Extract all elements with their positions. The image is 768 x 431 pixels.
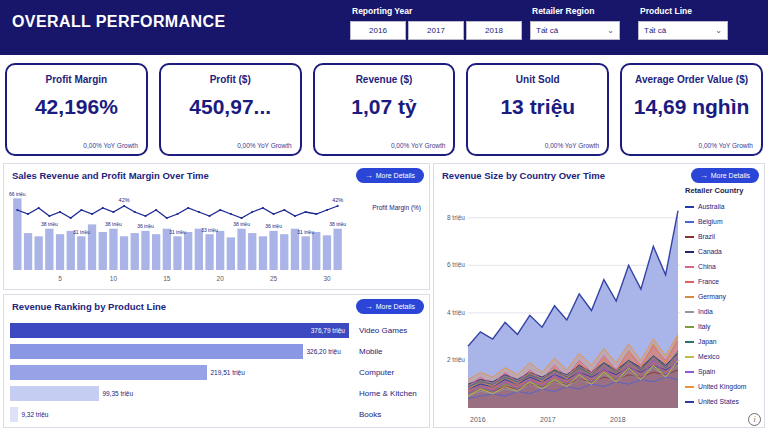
kpi-title: Unit Sold <box>468 74 607 85</box>
ranking-bar[interactable]: 376,79 triệu <box>10 323 349 338</box>
svg-text:25: 25 <box>270 275 278 282</box>
legend-color-marker <box>685 266 694 268</box>
retailer-region-filter: Retailer Region Tất cả ⌄ <box>530 6 620 40</box>
ranking-rows: 376,79 triệuVideo Games326,20 triệuMobil… <box>10 322 425 427</box>
kpi-title: Average Order Value ($) <box>622 74 761 85</box>
legend-item[interactable]: Japan <box>685 334 761 349</box>
legend-item[interactable]: Belgium <box>685 214 761 229</box>
ranking-category-label: Computer <box>349 368 425 377</box>
ranking-bar[interactable] <box>10 407 18 422</box>
legend-item[interactable]: Spain <box>685 364 761 379</box>
panel-title: Revenue Ranking by Product Line <box>12 301 166 312</box>
svg-text:4 triệu: 4 triệu <box>447 309 465 316</box>
ranking-row[interactable]: 219,51 triệuComputer <box>10 364 425 380</box>
svg-text:31 triệu: 31 triệu <box>297 229 314 235</box>
more-details-button[interactable]: → More Details <box>691 168 759 183</box>
ranking-value-label: 219,51 triệu <box>210 369 244 376</box>
ranking-category-label: Home & Kitchen <box>349 389 425 398</box>
kpi-value: 42,196% <box>7 95 146 119</box>
ranking-category-label: Video Games <box>349 326 425 335</box>
product-line-dropdown[interactable]: Tất cả ⌄ <box>638 21 728 40</box>
svg-text:33 triệu: 33 triệu <box>201 227 218 233</box>
svg-text:6 triệu: 6 triệu <box>447 261 465 268</box>
panel-title: Revenue Size by Country Over Time <box>442 170 605 181</box>
legend-label: United Kingdom <box>698 383 746 390</box>
ranking-row[interactable]: 99,35 triệuHome & Kitchen <box>10 385 425 401</box>
kpi-value: 1,07 tỷ <box>315 95 454 119</box>
sales-revenue-profit-margin-panel: Sales Revenue and Profit Margin Over Tim… <box>3 163 430 290</box>
legend-item[interactable]: Brazil <box>685 229 761 244</box>
legend-color-marker <box>685 221 694 223</box>
legend-color-marker <box>685 206 694 208</box>
country-legend-items: AustraliaBelgiumBrazilCanadaChinaFranceG… <box>685 199 761 409</box>
legend-item[interactable]: Italy <box>685 319 761 334</box>
legend-label: Italy <box>698 323 710 330</box>
info-icon[interactable]: i <box>748 413 761 426</box>
product-line-filter: Product Line Tất cả ⌄ <box>638 6 728 40</box>
legend-color-marker <box>685 386 694 388</box>
legend-item[interactable]: France <box>685 274 761 289</box>
legend-item[interactable]: China <box>685 259 761 274</box>
kpi-card-profit[interactable]: Profit ($) 450,97... 0,00% YoY Growth <box>159 63 302 156</box>
kpi-growth: 0,00% YoY Growth <box>699 142 753 149</box>
legend-color-marker <box>685 401 694 403</box>
legend-label: United States <box>698 398 739 405</box>
product-line-label: Product Line <box>638 6 728 16</box>
kpi-card-unit-sold[interactable]: Unit Sold 13 triệu 0,00% YoY Growth <box>466 63 609 156</box>
legend-label: Belgium <box>698 218 723 225</box>
legend-color-marker <box>685 371 694 373</box>
country-chart-svg[interactable]: 2 triệu4 triệu6 triệu8 triệu201620172018 <box>438 186 684 426</box>
legend-item[interactable]: Canada <box>685 244 761 259</box>
kpi-card-avg-order-value[interactable]: Average Order Value ($) 14,69 nghìn 0,00… <box>620 63 763 156</box>
year-button-2017[interactable]: 2017 <box>408 21 464 40</box>
kpi-card-profit-margin[interactable]: Profit Margin 42,196% 0,00% YoY Growth <box>5 63 148 156</box>
more-details-button[interactable]: → More Details <box>356 168 424 183</box>
ranking-value-label: 326,20 triệu <box>306 348 340 355</box>
svg-text:8 triệu: 8 triệu <box>447 214 465 221</box>
ranking-row[interactable]: 326,20 triệuMobile <box>10 343 425 359</box>
legend-label: Japan <box>698 338 717 345</box>
ranking-bar-track: 219,51 triệu <box>10 365 349 380</box>
header-bar: OVERALL PERFORMANCE Reporting Year 2016 … <box>0 0 768 55</box>
legend-item[interactable]: United States <box>685 394 761 409</box>
legend-color-marker <box>685 296 694 298</box>
ranking-value-label: 99,35 triệu <box>102 390 133 397</box>
svg-text:38 triệu: 38 triệu <box>233 221 250 227</box>
kpi-value: 13 triệu <box>468 95 607 119</box>
year-button-2018[interactable]: 2018 <box>466 21 522 40</box>
year-button-2016[interactable]: 2016 <box>350 21 406 40</box>
legend-item[interactable]: Germany <box>685 289 761 304</box>
legend-item[interactable]: Mexico <box>685 349 761 364</box>
revenue-ranking-panel: Revenue Ranking by Product Line → More D… <box>3 294 430 428</box>
legend-color-marker <box>685 326 694 328</box>
more-details-label: More Details <box>376 172 415 179</box>
ranking-bar[interactable] <box>10 344 303 359</box>
legend-item[interactable]: United Kingdom <box>685 379 761 394</box>
legend-label: Mexico <box>698 353 720 360</box>
arrow-right-icon: → <box>365 303 373 311</box>
retailer-region-dropdown[interactable]: Tất cả ⌄ <box>530 21 620 40</box>
svg-text:38 triệu: 38 triệu <box>41 221 58 227</box>
legend-label: China <box>698 263 716 270</box>
legend-item[interactable]: Australia <box>685 199 761 214</box>
ranking-bar[interactable] <box>10 365 207 380</box>
legend-item[interactable]: India <box>685 304 761 319</box>
country-legend: Retailer Country AustraliaBelgiumBrazilC… <box>685 186 761 409</box>
more-details-label: More Details <box>711 172 750 179</box>
more-details-button[interactable]: → More Details <box>356 299 424 314</box>
panel-title: Sales Revenue and Profit Margin Over Tim… <box>12 170 209 181</box>
ranking-bar-track: 9,32 triệu <box>10 407 349 422</box>
kpi-title: Revenue ($) <box>315 74 454 85</box>
kpi-value: 450,97... <box>161 95 300 119</box>
combo-chart-svg[interactable]: 66 triệu38 triệu31 triệu38 triệu36 triệu… <box>8 186 427 288</box>
svg-text:66 triệu: 66 triệu <box>9 191 26 197</box>
reporting-year-label: Reporting Year <box>350 6 522 16</box>
chevron-down-icon: ⌄ <box>607 26 614 35</box>
svg-text:2017: 2017 <box>540 416 556 423</box>
ranking-bar-track: 326,20 triệu <box>10 344 349 359</box>
ranking-bar[interactable] <box>10 386 99 401</box>
kpi-card-revenue[interactable]: Revenue ($) 1,07 tỷ 0,00% YoY Growth <box>313 63 456 156</box>
kpi-growth: 0,00% YoY Growth <box>545 142 599 149</box>
ranking-row[interactable]: 9,32 triệuBooks <box>10 406 425 422</box>
ranking-row[interactable]: 376,79 triệuVideo Games <box>10 322 425 338</box>
